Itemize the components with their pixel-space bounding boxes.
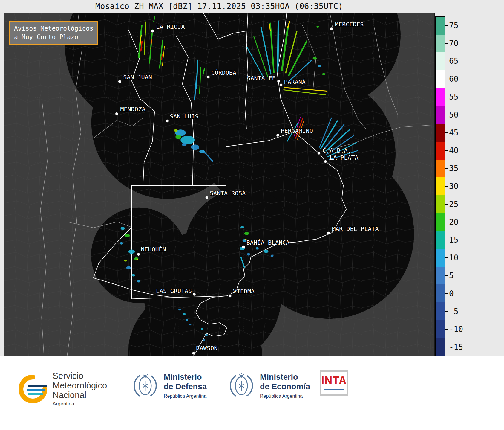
colorbar-segment	[436, 249, 445, 267]
colorbar-segment	[436, 106, 445, 124]
colorbar-tick-label: -15	[449, 343, 463, 352]
economia-wordmark: Ministerio de Economía República Argenti…	[260, 373, 310, 399]
echo-blob	[244, 232, 249, 235]
smn-line3: Nacional	[53, 391, 107, 400]
echo-blob	[174, 129, 177, 132]
city-dot	[317, 152, 320, 155]
colorbar-tick-label: 30	[449, 182, 458, 191]
echo-blob	[240, 226, 244, 228]
city-label: C.A.B.A.	[322, 147, 351, 154]
city-dot	[115, 112, 118, 115]
economia-line3: República Argentina	[260, 394, 310, 399]
colorbar-segment	[436, 284, 445, 302]
city-dot	[166, 119, 169, 122]
warning-badge-line2: a Muy Corto Plazo	[14, 33, 94, 42]
city-dot	[118, 80, 121, 83]
colorbar-segment	[436, 213, 445, 231]
city-label: SANTA ROSA	[210, 190, 246, 197]
defensa-line3: República Argentina	[164, 394, 207, 399]
colorbar-scale	[435, 16, 445, 356]
echo-blob	[175, 135, 181, 139]
city-dot	[327, 232, 330, 235]
city-dot	[192, 352, 195, 355]
city-label: VIEDMA	[233, 288, 255, 295]
echo-blob	[186, 319, 188, 321]
smn-line4: Argentina	[53, 401, 107, 407]
echo-blob	[264, 250, 269, 253]
radar-mosaic-page: Mosaico ZH MAX [dBZ] 17.11.2025 03:35HOA…	[0, 0, 504, 430]
echo-blob	[125, 234, 130, 237]
echo-blob	[121, 227, 125, 230]
city-label: NEUQUÉN	[141, 246, 166, 253]
footer: Servicio Meteorológico Nacional Argentin…	[0, 356, 504, 430]
colorbar-tick-label: 0	[449, 289, 454, 298]
colorbar-tick-label: 65	[449, 57, 458, 65]
economia-line1: Ministerio	[260, 373, 310, 382]
defensa-wordmark: Ministerio de Defensa República Argentin…	[164, 373, 207, 399]
economia-logo-block: Ministerio de Economía República Argenti…	[228, 372, 310, 399]
city-dot	[193, 293, 196, 296]
city-label: MAR DEL PLATA	[332, 225, 379, 232]
colorbar-tick-label: 55	[449, 92, 458, 101]
echo-blob	[191, 144, 199, 150]
defensa-logo-block: Ministerio de Defensa República Argentin…	[131, 372, 207, 399]
colorbar-tick-label: 50	[449, 110, 458, 119]
echo-blob	[126, 266, 131, 269]
city-dot	[137, 253, 140, 256]
colorbar-segment	[436, 17, 445, 35]
warning-badge-line1: Avisos Meteorológicos	[14, 24, 94, 33]
city-dot	[324, 160, 327, 163]
city-label: SAN LUIS	[170, 113, 198, 120]
colorbar-segment	[436, 52, 445, 70]
echo-blob	[189, 324, 191, 325]
echo-ray	[278, 21, 278, 71]
map-title: Mosaico ZH MAX [dBZ] 17.11.2025 03:35HOA…	[4, 1, 435, 11]
radar-map: MERCEDESLA RIOJASAN JUANCÓRDOBASANTA FEP…	[4, 13, 434, 356]
echo-blob	[183, 313, 186, 315]
echo-blob	[178, 309, 181, 310]
colorbar-segment	[436, 142, 445, 160]
echo-blob	[136, 259, 138, 260]
colorbar-segment	[436, 35, 445, 53]
colorbar-tick-label: 75	[449, 21, 458, 30]
economia-line2: de Economía	[260, 382, 310, 391]
echo-blob	[322, 73, 325, 75]
echo-blob	[124, 260, 127, 262]
echo-blob	[318, 65, 321, 67]
smn-wordmark: Servicio Meteorológico Nacional Argentin…	[53, 371, 107, 407]
echo-blob	[201, 328, 203, 330]
echo-blob	[132, 274, 135, 276]
echo-blob	[182, 143, 186, 146]
colorbar-tick-label: -10	[449, 325, 463, 334]
colorbar-segment	[436, 338, 445, 356]
inta-logo: INTA	[320, 370, 348, 396]
echo-blob	[316, 26, 319, 28]
colorbar-segment	[436, 195, 445, 213]
colorbar-segment	[436, 320, 445, 338]
warning-badge: Avisos Meteorológicos a Muy Corto Plazo	[9, 21, 98, 45]
echo-blob	[247, 253, 250, 256]
city-label: LAS GRUTAS	[156, 287, 192, 295]
city-dot	[330, 27, 333, 30]
department-boundaries-mesh	[4, 13, 434, 356]
defensa-emblem-icon	[131, 372, 159, 399]
colorbar-segment	[436, 267, 445, 285]
echo-blob	[180, 136, 195, 144]
economia-emblem-icon	[228, 372, 255, 399]
city-label: MERCEDES	[335, 21, 364, 28]
colorbar-tick-label: 35	[449, 164, 458, 173]
city-label: LA RIOJA	[156, 23, 185, 30]
defensa-line2: de Defensa	[164, 382, 207, 391]
colorbar-segment	[436, 302, 445, 320]
city-label: LA PLATA	[330, 154, 358, 161]
city-dot	[229, 294, 232, 297]
colorbar-segment	[436, 88, 445, 106]
colorbar: 757065605550454035302520151050-5-10-15	[435, 16, 445, 356]
echo-blob	[128, 250, 135, 254]
map-frame: MERCEDESLA RIOJASAN JUANCÓRDOBASANTA FEP…	[4, 13, 435, 356]
colorbar-tick-label: 10	[449, 253, 458, 262]
echo-blob	[199, 150, 205, 153]
defensa-line1: Ministerio	[164, 373, 207, 382]
city-dot	[207, 76, 210, 79]
city-label: SAN JUAN	[123, 74, 152, 81]
